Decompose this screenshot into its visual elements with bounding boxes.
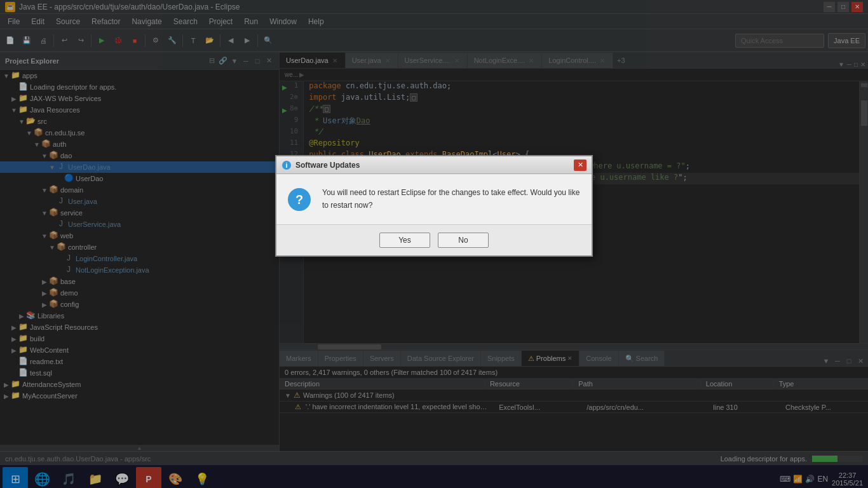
col-type[interactable]: Type (774, 379, 862, 389)
menu-window[interactable]: Window (264, 16, 302, 27)
scroll-thumb[interactable] (861, 100, 867, 126)
hscroll-thumb[interactable] (318, 344, 381, 349)
tree-item-userservicejava[interactable]: J UserService.java (0, 219, 279, 230)
tab-search[interactable]: 🔍 Search (619, 351, 665, 366)
tree-item-webcontent[interactable]: ▶ 📁 WebContent (0, 344, 279, 356)
menu-file[interactable]: File (3, 16, 25, 27)
tree-item-loading[interactable]: 📄 Loading descriptor for apps. (0, 81, 279, 93)
ppt-button[interactable]: P (136, 467, 161, 488)
expand-arrow[interactable]: ▼ (18, 118, 25, 125)
menu-help[interactable]: Help (303, 16, 329, 27)
new-button[interactable]: 📄 (3, 33, 18, 48)
expand-arrow[interactable]: ▼ (10, 107, 18, 114)
idea-button[interactable]: 💡 (189, 467, 215, 488)
expand-arrow[interactable]: ▼ (41, 152, 48, 159)
tab-snippets[interactable]: Snippets (481, 351, 522, 366)
tree-item-dao[interactable]: ▼ 📦 dao (0, 150, 279, 161)
tree-item-auth[interactable]: ▼ 📦 auth (0, 139, 279, 150)
debug-button[interactable]: 🐞 (111, 33, 126, 48)
tab-user[interactable]: User.java ✕ (346, 53, 398, 68)
menu-search[interactable]: Search (168, 16, 203, 27)
tab-userdao[interactable]: UserDao.java ✕ (280, 53, 346, 68)
tree-item-userdaojava[interactable]: ▼ J UserDao.java (0, 161, 279, 173)
expand-arrow[interactable]: ▶ (10, 324, 18, 331)
tree-item-notloginexception[interactable]: J NotLoginException.java (0, 264, 279, 276)
tab-servers[interactable]: Servers (363, 351, 401, 366)
tree-item-logincontroller[interactable]: J LoginController.java (0, 253, 279, 264)
expand-arrow[interactable]: ▼ (48, 164, 56, 171)
tree-item-myaccount[interactable]: ▶ 📁 MyAccountServer (0, 390, 279, 402)
redo-button[interactable]: ↪ (73, 33, 88, 48)
software-updates-dialog[interactable]: i Software Updates ✕ ? You will need to … (275, 155, 593, 256)
expand-arrow[interactable]: ▶ (3, 381, 10, 388)
tab-console[interactable]: Console (580, 351, 618, 366)
code-hscroll[interactable] (280, 343, 868, 349)
expand-arrow[interactable]: ▶ (10, 95, 18, 102)
collapse-all-button[interactable]: ⊟ (207, 56, 217, 66)
tab-properties[interactable]: Properties (318, 351, 363, 366)
tree-item-jsresources[interactable]: ▶ 📁 JavaScript Resources (0, 322, 279, 333)
tab-userservice[interactable]: UserService.... ✕ (398, 53, 468, 68)
tree-item-testsql[interactable]: 📄 test.sql (0, 367, 279, 379)
media-button[interactable]: 🎵 (56, 467, 81, 488)
expand-arrow[interactable]: ▼ (41, 210, 48, 217)
tab-close-logincontrol[interactable]: ✕ (599, 57, 606, 64)
expand-arrow[interactable]: ▶ (10, 336, 18, 342)
save-button[interactable]: 💾 (19, 33, 34, 48)
menu-navigate[interactable]: Navigate (126, 16, 166, 27)
col-resource[interactable]: Resource (485, 379, 573, 389)
paint-button[interactable]: 🎨 (163, 467, 188, 488)
clean-button[interactable]: 🔧 (165, 33, 180, 48)
menu-run[interactable]: Run (239, 16, 263, 27)
sidebar-max-button[interactable]: □ (252, 56, 262, 66)
expand-arrow[interactable]: ▼ (41, 187, 48, 194)
menu-project[interactable]: Project (204, 16, 238, 27)
tab-notlogin[interactable]: NotLoginExce.... ✕ (468, 53, 543, 68)
tree-item-build[interactable]: ▶ 📁 build (0, 333, 279, 344)
maximize-button[interactable]: □ (837, 2, 849, 12)
col-location[interactable]: Location (701, 379, 774, 389)
tab-problems[interactable]: ⚠ Problems ✕ (522, 351, 580, 366)
build-button[interactable]: ⚙ (148, 33, 163, 48)
tab-close-user[interactable]: ✕ (384, 57, 391, 64)
open-resource-button[interactable]: 📂 (202, 33, 217, 48)
expand-arrow[interactable]: ▶ (3, 393, 10, 400)
col-description[interactable]: Description (280, 379, 485, 389)
tab-close-notlogin[interactable]: ✕ (527, 57, 535, 64)
perspective-button[interactable]: Java EE (828, 33, 865, 48)
tree-item-userdao[interactable]: 🔵 UserDao (0, 173, 279, 184)
tree-item-config[interactable]: ▶ 📦 config (0, 299, 279, 310)
dialog-yes-button[interactable]: Yes (379, 233, 430, 248)
tab-markers[interactable]: Markers (280, 351, 318, 366)
expand-arrow[interactable]: ▶ (41, 278, 48, 285)
quick-access-input[interactable] (735, 34, 824, 48)
tree-item-jaxws[interactable]: ▶ 📁 JAX-WS Web Services (0, 93, 279, 104)
expand-arrow[interactable]: ▼ (41, 233, 48, 240)
tree-item-apps[interactable]: ▼ 📁 apps (0, 70, 279, 81)
chat-button[interactable]: 💬 (109, 467, 135, 488)
tree-item-web[interactable]: ▼ 📦 web (0, 230, 279, 241)
prev-button[interactable]: ◀ (223, 33, 238, 48)
tree-item-userjava[interactable]: J User.java (0, 196, 279, 207)
expand-arrow[interactable]: ▶ (41, 301, 48, 308)
bottom-close-button[interactable]: ✕ (855, 356, 865, 366)
tree-item-demo[interactable]: ▶ 📦 demo (0, 287, 279, 299)
sidebar-menu-button[interactable]: ▼ (229, 56, 240, 66)
expand-arrow[interactable]: ▶ (10, 347, 18, 354)
close-button[interactable]: ✕ (851, 2, 863, 12)
tree-item-package[interactable]: ▼ 📦 cn.edu.tju.se (0, 127, 279, 139)
editor-menu-button[interactable]: ▼ (838, 61, 844, 68)
expand-arrow[interactable]: ▼ (33, 141, 41, 148)
bottom-menu-button[interactable]: ▼ (821, 356, 831, 366)
tab-more-button[interactable]: +3 (613, 53, 629, 68)
expand-arrow[interactable]: ▼ (25, 130, 33, 137)
dialog-no-button[interactable]: No (438, 233, 489, 248)
print-button[interactable]: 🖨 (36, 33, 51, 48)
browser-button[interactable]: 🌐 (29, 467, 55, 488)
tree-item-attendance[interactable]: ▶ 📁 AttendanceSystem (0, 379, 279, 390)
warnings-group[interactable]: ▼ ⚠ Warnings (100 of 2417 items) (280, 390, 868, 402)
dialog-close-button[interactable]: ✕ (574, 159, 587, 171)
expand-arrow[interactable]: ▶ (41, 290, 48, 297)
tree-item-base[interactable]: ▶ 📦 base (0, 276, 279, 287)
search-button[interactable]: 🔍 (261, 33, 276, 48)
